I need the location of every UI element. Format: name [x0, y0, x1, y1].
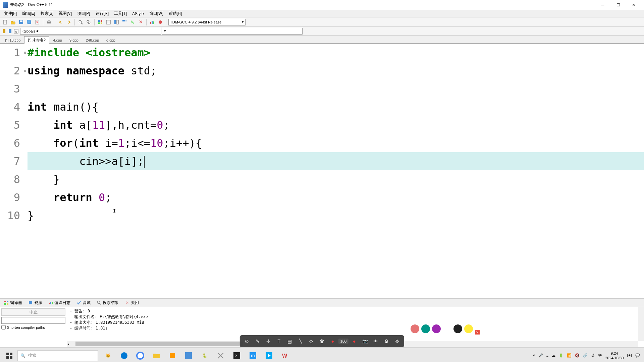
tray-wifi-icon[interactable]: 📶 [567, 353, 572, 358]
close-button[interactable]: ✕ [626, 0, 641, 10]
app-devcpp-icon[interactable] [181, 349, 196, 362]
open-file-icon[interactable] [9, 18, 17, 26]
tab-unnamed2[interactable]: [*] 未命名2 [24, 36, 49, 44]
menu-tools[interactable]: 工具[T] [111, 10, 129, 17]
move-icon[interactable]: ✥ [392, 336, 402, 346]
color-purple[interactable] [432, 324, 441, 333]
toggle-bookmark-icon[interactable] [7, 28, 13, 34]
tab-4cpp[interactable]: 4.cpp [49, 37, 66, 43]
app-wps-icon[interactable]: W [278, 349, 292, 362]
eraser-icon[interactable]: ◇ [306, 336, 316, 346]
tab-resources[interactable]: 资源 [25, 299, 45, 307]
replace-icon[interactable] [85, 18, 92, 26]
gear-icon[interactable]: ⚙ [381, 336, 391, 346]
menu-astyle[interactable]: AStyle [129, 11, 147, 17]
stop-button[interactable]: 中止 [1, 308, 65, 316]
stop-icon[interactable]: ✕ [137, 18, 144, 26]
tab-close[interactable]: ✕关闭 [122, 299, 142, 307]
menu-help[interactable]: 帮助[H] [166, 10, 184, 17]
tray-app1-icon[interactable]: |✦| [627, 353, 632, 358]
tray-clock[interactable]: 9:24 2024/10/30 [605, 351, 624, 360]
cursor-icon[interactable]: ⊙ [242, 336, 252, 346]
tray-link-icon[interactable]: 🔗 [583, 353, 588, 358]
run-icon[interactable] [105, 18, 112, 26]
tray-chevron-icon[interactable]: ^ [533, 354, 535, 358]
code-editor[interactable]: 12345678910 ⊟⊟ I #include <iostream>usin… [0, 44, 644, 298]
trash-icon[interactable]: 🗑 [317, 336, 327, 346]
image-icon[interactable]: ▤ [285, 336, 295, 346]
tray-battery-icon[interactable]: 🔋 [559, 353, 564, 358]
goto-bookmark-icon[interactable] [1, 28, 7, 34]
tray-onedrive-icon[interactable]: ☁ [552, 353, 555, 358]
tab-ocpp[interactable]: o.cpp [103, 37, 119, 43]
text-icon[interactable]: T [274, 336, 284, 346]
crosshair-icon[interactable]: ✛ [263, 336, 273, 346]
compiler-selector[interactable]: TDM-GCC 4.9.2 64-bit Release ▾ [168, 19, 246, 25]
start-button[interactable] [1, 349, 17, 362]
tray-menu-icon[interactable]: ≡ [546, 354, 548, 358]
tray-mic-icon[interactable]: 🎤 [538, 353, 543, 358]
menu-window[interactable]: 窗口[W] [147, 10, 166, 17]
save-all-icon[interactable] [25, 18, 33, 26]
app-orange-icon[interactable] [165, 349, 180, 362]
minimize-button[interactable]: ─ [595, 0, 610, 10]
print-icon[interactable] [45, 18, 53, 26]
redo-icon[interactable] [65, 18, 72, 26]
menu-view[interactable]: 视图[V] [56, 10, 74, 17]
debug-delete-icon[interactable] [157, 18, 164, 26]
scrollbar-vertical[interactable] [638, 307, 644, 341]
record-icon[interactable]: ● [328, 336, 338, 346]
app-play-icon[interactable] [262, 349, 276, 362]
save-icon[interactable] [17, 18, 25, 26]
rebuild-icon[interactable] [121, 18, 128, 26]
scope-selector[interactable]: (globals) ▾ [20, 28, 161, 35]
menu-search[interactable]: 搜索[S] [38, 10, 56, 17]
filter-input[interactable] [1, 317, 65, 324]
tray-volume-icon[interactable]: 🔇 [575, 353, 580, 358]
new-file-icon[interactable] [1, 18, 9, 26]
tab-compiler[interactable]: 编译器 [1, 299, 25, 307]
app-chrome-icon[interactable] [133, 349, 148, 362]
tray-ime[interactable]: 英 [591, 353, 595, 358]
tab-248cpp[interactable]: 248.cpp [82, 37, 103, 43]
tab-compilelog[interactable]: 编译日志 [46, 299, 73, 307]
maximize-button[interactable]: ☐ [610, 0, 626, 10]
tray-notification-icon[interactable]: 💬 [635, 353, 640, 358]
close-icon[interactable]: ✕ [475, 330, 480, 335]
color-red[interactable] [411, 324, 419, 333]
find-icon[interactable] [77, 18, 84, 26]
color-yellow[interactable] [464, 324, 473, 333]
tab-searchresults[interactable]: 搜索结果 [94, 299, 121, 307]
app-grey-icon[interactable] [213, 349, 228, 362]
app-terminal-icon[interactable]: > [229, 349, 244, 362]
undo-icon[interactable] [57, 18, 64, 26]
menu-file[interactable]: 文件[F] [1, 10, 19, 17]
tab-debug[interactable]: 调试 [74, 299, 93, 307]
tab-9cpp[interactable]: 9.cpp [66, 37, 82, 43]
app-edge-icon[interactable] [117, 349, 131, 362]
record2-icon[interactable]: ● [349, 336, 359, 346]
app-blue-m-icon[interactable]: m [246, 349, 260, 362]
color-black[interactable] [453, 324, 462, 333]
eye-icon[interactable]: 👁 [371, 336, 381, 346]
menu-run[interactable]: 运行[R] [93, 10, 111, 17]
profile-icon[interactable] [149, 18, 156, 26]
taskbar-search[interactable]: 🔍 搜索 [17, 350, 98, 361]
code-area[interactable]: I #include <iostream>using namespace std… [28, 44, 644, 298]
goto-icon[interactable]: G [13, 28, 19, 34]
tray-ime2[interactable]: 拼 [598, 353, 602, 358]
debug-icon[interactable] [129, 18, 136, 26]
camera-icon[interactable]: 📷 [360, 336, 370, 346]
member-selector[interactable]: ▾ [162, 28, 303, 35]
fold-column[interactable]: ⊟⊟ [23, 44, 28, 298]
pen-icon[interactable]: ✎ [253, 336, 263, 346]
tab-13cpp[interactable]: [*] 13.cpp [1, 37, 24, 43]
compile-icon[interactable] [97, 18, 104, 26]
menu-edit[interactable]: 编辑[E] [19, 10, 38, 17]
app-explorer-icon[interactable] [149, 349, 164, 362]
line-icon[interactable]: ╲ [296, 336, 306, 346]
compile-run-icon[interactable] [113, 18, 120, 26]
close-file-icon[interactable]: × [34, 18, 41, 26]
app-cat-icon[interactable]: 🐱 [101, 349, 115, 362]
color-teal[interactable] [421, 324, 430, 333]
